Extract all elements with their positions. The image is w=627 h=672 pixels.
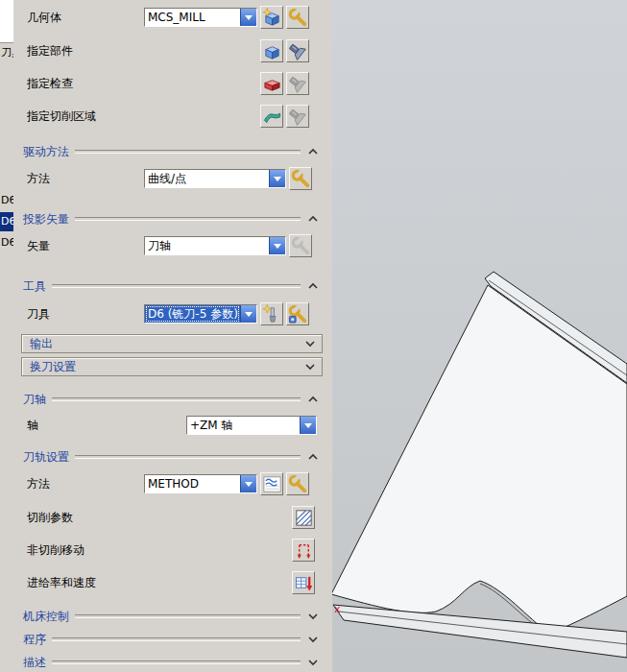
vector-label: 矢量 xyxy=(27,238,144,254)
non-cutting-moves-icon xyxy=(294,540,314,561)
description-section-title: 描述 xyxy=(23,655,52,671)
axis-x-marker: x xyxy=(334,603,341,615)
viewport-canvas[interactable]: x xyxy=(332,0,627,672)
path-settings-section-title: 刀轨设置 xyxy=(23,449,75,466)
section-divider xyxy=(75,455,301,459)
section-divider xyxy=(75,614,301,618)
part-flashlight-button[interactable] xyxy=(286,39,309,62)
feeds-speeds-button[interactable] xyxy=(292,571,315,594)
expand-chevron-icon[interactable] xyxy=(302,361,318,372)
output-group-title: 输出 xyxy=(30,336,298,352)
tool-axis-section-title: 刀轴 xyxy=(23,392,52,408)
expand-chevron-icon[interactable] xyxy=(302,338,318,349)
output-group[interactable]: 输出 xyxy=(21,334,323,353)
nx-cam-window: 刀具 D6 D6 D6- 几何体 MCS_MILL 指定部件 xyxy=(0,0,627,672)
collapse-chevron-icon[interactable] xyxy=(305,394,321,405)
section-divider xyxy=(52,397,301,401)
select-part-button[interactable] xyxy=(260,39,283,62)
wrench-icon xyxy=(291,236,311,256)
select-check-button[interactable] xyxy=(260,72,283,95)
new-geometry-icon xyxy=(262,8,282,28)
operation-dialog: 几何体 MCS_MILL 指定部件 xyxy=(13,0,333,672)
edit-drive-method-button[interactable] xyxy=(289,167,312,190)
cutting-params-label: 切削参数 xyxy=(27,510,144,526)
tool-settings-button[interactable] xyxy=(286,302,309,325)
part-cube-icon xyxy=(262,41,282,61)
navigator-blank-area xyxy=(0,0,13,43)
geometry-combo-value: MCS_MILL xyxy=(145,9,240,26)
drive-method-label: 方法 xyxy=(27,171,144,187)
cutting-params-button[interactable] xyxy=(292,506,315,529)
axis-label: 轴 xyxy=(27,418,186,434)
tool-settings-icon xyxy=(288,304,308,324)
wrench-icon xyxy=(291,169,311,189)
axis-combo[interactable]: +ZM 轴 xyxy=(186,416,317,435)
navigator-strip: 刀具 D6 D6 D6- xyxy=(0,0,14,672)
navigator-item-d6-3[interactable]: D6- xyxy=(0,233,13,252)
drive-method-section-title: 驱动方法 xyxy=(23,144,75,160)
section-divider xyxy=(75,150,301,154)
flashlight-icon xyxy=(288,107,308,127)
new-geometry-button[interactable] xyxy=(260,6,283,29)
expand-chevron-icon[interactable] xyxy=(305,657,321,668)
combo-dropdown-icon[interactable] xyxy=(240,305,256,323)
specify-part-label: 指定部件 xyxy=(27,43,144,60)
cutting-params-icon xyxy=(294,508,314,528)
tool-combo[interactable]: D6 (铣刀-5 参数) xyxy=(144,304,257,324)
graphics-window[interactable]: x xyxy=(332,0,627,672)
navigator-item-d6-1[interactable]: D6 xyxy=(0,191,13,210)
collapse-chevron-icon[interactable] xyxy=(305,451,321,463)
edit-vector-button[interactable] xyxy=(289,234,312,257)
collapse-chevron-icon[interactable] xyxy=(305,213,321,225)
combo-dropdown-icon[interactable] xyxy=(240,9,256,26)
geometry-combo[interactable]: MCS_MILL xyxy=(144,8,257,27)
cut-area-flashlight-button[interactable] xyxy=(286,105,309,128)
wrench-icon xyxy=(288,8,308,28)
edit-method-button[interactable] xyxy=(286,472,309,495)
specify-check-label: 指定检查 xyxy=(27,76,144,92)
path-method-label: 方法 xyxy=(27,476,144,492)
wrench-icon xyxy=(288,474,308,494)
method-icon xyxy=(262,474,282,494)
collapse-chevron-icon[interactable] xyxy=(305,146,321,157)
section-divider xyxy=(52,284,301,288)
vector-combo[interactable]: 刀轴 xyxy=(144,236,286,255)
vector-combo-value: 刀轴 xyxy=(145,237,269,254)
tool-change-group-title: 换刀设置 xyxy=(30,359,298,375)
path-method-combo-value: METHOD xyxy=(145,475,240,492)
combo-dropdown-icon[interactable] xyxy=(269,237,285,254)
drive-method-combo[interactable]: 曲线/点 xyxy=(144,169,286,188)
new-method-button[interactable] xyxy=(260,472,283,495)
combo-dropdown-icon[interactable] xyxy=(300,417,316,434)
tool-change-group[interactable]: 换刀设置 xyxy=(21,357,323,376)
section-divider xyxy=(52,660,301,664)
new-tool-button[interactable] xyxy=(260,302,283,325)
section-divider xyxy=(52,637,301,641)
collapse-chevron-icon[interactable] xyxy=(305,280,321,292)
edit-geometry-button[interactable] xyxy=(286,6,309,29)
path-method-combo[interactable]: METHOD xyxy=(144,474,257,493)
tool-combo-value: D6 (铣刀-5 参数) xyxy=(145,305,240,323)
drive-method-combo-value: 曲线/点 xyxy=(145,170,269,187)
projection-vector-section-title: 投影矢量 xyxy=(23,211,75,228)
navigator-column-header: 刀具 xyxy=(0,43,13,62)
expand-chevron-icon[interactable] xyxy=(305,611,321,622)
combo-dropdown-icon[interactable] xyxy=(269,170,285,187)
specify-cut-area-label: 指定切削区域 xyxy=(27,108,144,125)
section-divider xyxy=(75,217,301,221)
combo-dropdown-icon[interactable] xyxy=(240,475,256,492)
non-cutting-moves-button[interactable] xyxy=(292,539,315,562)
expand-chevron-icon[interactable] xyxy=(305,634,321,645)
select-cut-area-button[interactable] xyxy=(260,105,283,128)
new-tool-icon xyxy=(262,304,282,324)
check-flashlight-button[interactable] xyxy=(286,72,309,95)
non-cutting-moves-label: 非切削移动 xyxy=(27,542,144,559)
tool-label: 刀具 xyxy=(27,306,144,323)
program-section-title: 程序 xyxy=(23,632,52,648)
navigator-item-d6-2-selected[interactable]: D6 xyxy=(0,212,13,231)
machine-control-section-title: 机床控制 xyxy=(23,609,75,625)
axis-combo-value: +ZM 轴 xyxy=(187,417,300,434)
geometry-label: 几何体 xyxy=(27,10,144,26)
feeds-speeds-icon xyxy=(294,573,314,593)
flashlight-icon xyxy=(288,41,308,61)
